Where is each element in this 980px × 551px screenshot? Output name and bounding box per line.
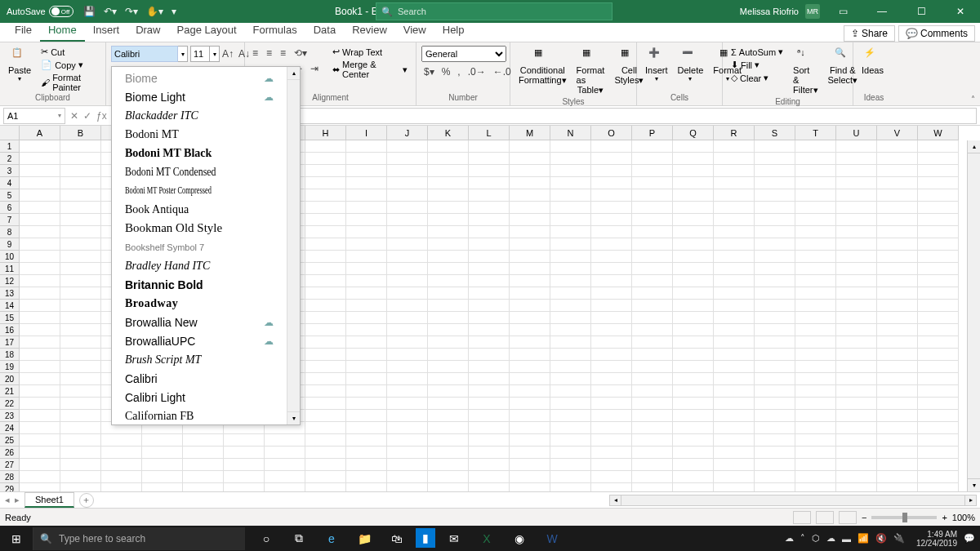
cell[interactable] — [918, 287, 959, 300]
cell[interactable] — [20, 385, 60, 398]
cell[interactable] — [469, 336, 510, 349]
cell[interactable] — [877, 263, 918, 275]
cell[interactable] — [918, 471, 959, 483]
cell[interactable] — [918, 349, 959, 361]
cell[interactable] — [142, 447, 183, 459]
column-header[interactable]: J — [387, 126, 428, 140]
cell[interactable] — [305, 312, 346, 324]
cell[interactable] — [795, 165, 836, 177]
cell[interactable] — [20, 410, 60, 422]
cell[interactable] — [918, 312, 959, 324]
cell[interactable] — [469, 189, 510, 202]
font-option[interactable]: Biome Light☁ — [112, 87, 287, 106]
excel-icon[interactable]: X — [470, 526, 503, 551]
row-header[interactable]: 15 — [0, 312, 20, 324]
cell[interactable] — [795, 459, 836, 471]
cell[interactable] — [755, 189, 795, 202]
cell[interactable] — [632, 447, 673, 459]
cell[interactable] — [510, 471, 550, 483]
cell[interactable] — [918, 336, 959, 349]
font-option[interactable]: BrowalliaUPC☁ — [112, 331, 287, 350]
dropbox-icon[interactable]: ⬡ — [812, 533, 820, 544]
cell[interactable] — [346, 263, 387, 275]
cell[interactable] — [714, 410, 755, 422]
cell[interactable] — [20, 251, 60, 263]
cell[interactable] — [591, 226, 632, 238]
cell[interactable] — [714, 140, 755, 153]
cell[interactable] — [550, 287, 591, 300]
cell[interactable] — [795, 410, 836, 422]
column-header[interactable]: U — [836, 126, 877, 140]
cell[interactable] — [714, 177, 755, 189]
cell[interactable] — [346, 177, 387, 189]
cell[interactable] — [550, 385, 591, 398]
cell[interactable] — [795, 324, 836, 336]
number-format-select[interactable]: General — [421, 46, 506, 62]
cell[interactable] — [550, 251, 591, 263]
cell[interactable] — [510, 312, 550, 324]
cell[interactable] — [305, 361, 346, 373]
cell[interactable] — [591, 202, 632, 214]
cell[interactable] — [20, 177, 60, 189]
cell[interactable] — [428, 336, 469, 349]
cell[interactable] — [877, 312, 918, 324]
font-option[interactable]: Brush Script MT — [112, 350, 287, 369]
insert-cells-button[interactable]: ➕Insert▾ — [642, 46, 671, 84]
cell[interactable] — [469, 410, 510, 422]
cell[interactable] — [469, 287, 510, 300]
cell[interactable] — [714, 251, 755, 263]
cell[interactable] — [673, 434, 714, 447]
wifi-icon[interactable]: 📶 — [858, 533, 869, 544]
cell[interactable] — [550, 189, 591, 202]
cell[interactable] — [510, 410, 550, 422]
cell[interactable] — [673, 165, 714, 177]
cell[interactable] — [591, 410, 632, 422]
cell[interactable] — [755, 312, 795, 324]
cell[interactable] — [877, 287, 918, 300]
cell[interactable] — [591, 361, 632, 373]
cell[interactable] — [836, 336, 877, 349]
cell[interactable] — [550, 471, 591, 483]
cell[interactable] — [632, 459, 673, 471]
column-header[interactable]: N — [550, 126, 591, 140]
row-header[interactable]: 24 — [0, 422, 20, 434]
cell[interactable] — [836, 165, 877, 177]
cell[interactable] — [265, 459, 305, 471]
cell[interactable] — [101, 459, 142, 471]
sheet-next-icon[interactable]: ▸ — [13, 495, 21, 505]
tab-draw[interactable]: Draw — [127, 21, 168, 42]
user-avatar[interactable]: MR — [805, 4, 820, 19]
cell[interactable] — [428, 263, 469, 275]
cell[interactable] — [20, 189, 60, 202]
cell[interactable] — [836, 398, 877, 410]
cell[interactable] — [673, 336, 714, 349]
cell[interactable] — [795, 434, 836, 447]
cell[interactable] — [60, 336, 101, 349]
cell[interactable] — [60, 140, 101, 153]
cell[interactable] — [632, 189, 673, 202]
cell[interactable] — [346, 287, 387, 300]
cell[interactable] — [632, 275, 673, 287]
tab-home[interactable]: Home — [40, 21, 85, 42]
row-header[interactable]: 22 — [0, 398, 20, 410]
cell[interactable] — [673, 177, 714, 189]
cell[interactable] — [795, 447, 836, 459]
cell[interactable] — [550, 312, 591, 324]
cell[interactable] — [428, 447, 469, 459]
cell[interactable] — [387, 226, 428, 238]
cell[interactable] — [60, 263, 101, 275]
row-header[interactable]: 21 — [0, 385, 20, 398]
cell[interactable] — [877, 361, 918, 373]
row-header[interactable]: 10 — [0, 251, 20, 263]
cell[interactable] — [836, 251, 877, 263]
row-header[interactable]: 20 — [0, 373, 20, 385]
cell[interactable] — [591, 459, 632, 471]
cell[interactable] — [836, 373, 877, 385]
cell[interactable] — [428, 140, 469, 153]
cell[interactable] — [877, 398, 918, 410]
cell[interactable] — [387, 202, 428, 214]
cell[interactable] — [918, 459, 959, 471]
cell[interactable] — [469, 153, 510, 165]
tab-help[interactable]: Help — [434, 21, 473, 42]
cell[interactable] — [877, 324, 918, 336]
